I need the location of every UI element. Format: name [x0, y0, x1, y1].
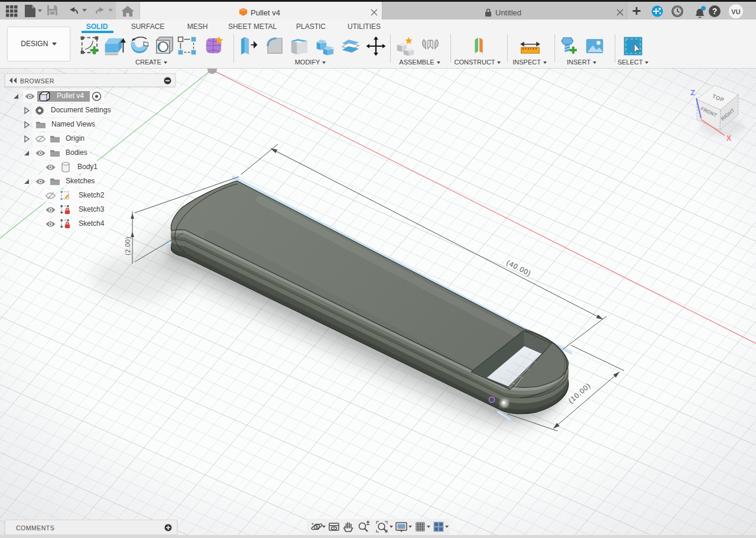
svg-text:?: ? [712, 7, 718, 16]
svg-text:(2.00): (2.00) [124, 236, 131, 255]
svg-text:VU: VU [731, 8, 740, 15]
svg-text:X: X [726, 134, 732, 142]
svg-text:Z: Z [690, 88, 695, 97]
